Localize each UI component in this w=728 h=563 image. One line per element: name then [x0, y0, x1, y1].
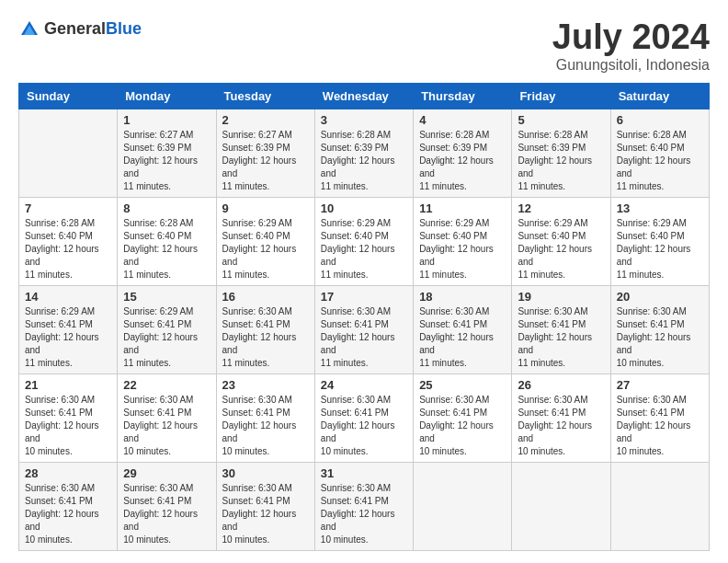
week-row-1: 1Sunrise: 6:27 AMSunset: 6:39 PMDaylight…: [19, 109, 710, 197]
day-number: 2: [222, 113, 309, 127]
calendar-cell: 3Sunrise: 6:28 AMSunset: 6:39 PMDaylight…: [314, 109, 413, 197]
week-row-3: 14Sunrise: 6:29 AMSunset: 6:41 PMDayligh…: [19, 285, 710, 373]
header-friday: Friday: [512, 83, 610, 109]
day-number: 31: [321, 466, 407, 480]
day-info: Sunrise: 6:28 AMSunset: 6:40 PMDaylight:…: [123, 217, 210, 282]
day-info: Sunrise: 6:29 AMSunset: 6:40 PMDaylight:…: [518, 217, 604, 282]
week-row-4: 21Sunrise: 6:30 AMSunset: 6:41 PMDayligh…: [19, 373, 710, 462]
calendar-cell: 22Sunrise: 6:30 AMSunset: 6:41 PMDayligh…: [118, 373, 216, 462]
day-info: Sunrise: 6:30 AMSunset: 6:41 PMDaylight:…: [518, 394, 604, 458]
day-number: 16: [222, 290, 309, 304]
day-number: 20: [617, 290, 703, 304]
day-number: 15: [123, 290, 210, 304]
day-number: 30: [222, 466, 309, 480]
day-number: 3: [321, 113, 407, 127]
day-info: Sunrise: 6:30 AMSunset: 6:41 PMDaylight:…: [222, 482, 309, 546]
day-info: Sunrise: 6:29 AMSunset: 6:40 PMDaylight:…: [419, 217, 506, 282]
calendar-cell: 24Sunrise: 6:30 AMSunset: 6:41 PMDayligh…: [314, 373, 413, 462]
calendar-cell: 27Sunrise: 6:30 AMSunset: 6:41 PMDayligh…: [610, 373, 709, 462]
day-number: 9: [222, 201, 309, 215]
calendar-cell: 31Sunrise: 6:30 AMSunset: 6:41 PMDayligh…: [314, 462, 413, 550]
calendar-cell: [512, 462, 610, 550]
day-info: Sunrise: 6:30 AMSunset: 6:41 PMDaylight:…: [321, 394, 407, 458]
calendar-cell: 11Sunrise: 6:29 AMSunset: 6:40 PMDayligh…: [414, 197, 512, 285]
header-saturday: Saturday: [610, 83, 709, 109]
day-number: 22: [123, 378, 210, 392]
calendar-cell: 20Sunrise: 6:30 AMSunset: 6:41 PMDayligh…: [610, 285, 709, 373]
calendar-cell: [414, 462, 512, 550]
day-number: 19: [518, 290, 604, 304]
day-number: 18: [419, 290, 506, 304]
calendar-cell: 16Sunrise: 6:30 AMSunset: 6:41 PMDayligh…: [216, 285, 314, 373]
day-info: Sunrise: 6:29 AMSunset: 6:40 PMDaylight:…: [222, 217, 309, 282]
day-info: Sunrise: 6:30 AMSunset: 6:41 PMDaylight:…: [321, 305, 407, 370]
day-number: 17: [321, 290, 407, 304]
day-info: Sunrise: 6:29 AMSunset: 6:40 PMDaylight:…: [321, 217, 407, 282]
header-tuesday: Tuesday: [216, 83, 314, 109]
calendar-cell: 8Sunrise: 6:28 AMSunset: 6:40 PMDaylight…: [118, 197, 216, 285]
day-info: Sunrise: 6:30 AMSunset: 6:41 PMDaylight:…: [617, 305, 703, 370]
calendar-cell: [610, 462, 709, 550]
day-info: Sunrise: 6:28 AMSunset: 6:40 PMDaylight:…: [617, 129, 703, 193]
day-info: Sunrise: 6:27 AMSunset: 6:39 PMDaylight:…: [123, 129, 210, 193]
day-info: Sunrise: 6:30 AMSunset: 6:41 PMDaylight:…: [419, 305, 506, 370]
calendar-cell: 18Sunrise: 6:30 AMSunset: 6:41 PMDayligh…: [414, 285, 512, 373]
day-info: Sunrise: 6:30 AMSunset: 6:41 PMDaylight:…: [222, 305, 309, 370]
day-number: 7: [25, 201, 111, 215]
logo-icon: [18, 18, 40, 40]
day-number: 1: [123, 113, 210, 127]
day-number: 29: [123, 466, 210, 480]
day-info: Sunrise: 6:29 AMSunset: 6:41 PMDaylight:…: [123, 305, 210, 370]
day-info: Sunrise: 6:30 AMSunset: 6:41 PMDaylight:…: [617, 394, 703, 458]
day-number: 21: [25, 378, 111, 392]
calendar-cell: 14Sunrise: 6:29 AMSunset: 6:41 PMDayligh…: [19, 285, 118, 373]
header-monday: Monday: [118, 83, 216, 109]
location-title: Gunungsitoli, Indonesia: [552, 57, 710, 74]
day-number: 26: [518, 378, 604, 392]
day-info: Sunrise: 6:30 AMSunset: 6:41 PMDaylight:…: [518, 305, 604, 370]
day-number: 14: [25, 290, 111, 304]
logo-general: General: [44, 19, 106, 38]
week-row-2: 7Sunrise: 6:28 AMSunset: 6:40 PMDaylight…: [19, 197, 710, 285]
calendar-cell: 26Sunrise: 6:30 AMSunset: 6:41 PMDayligh…: [512, 373, 610, 462]
day-number: 10: [321, 201, 407, 215]
day-number: 6: [617, 113, 703, 127]
calendar-cell: 19Sunrise: 6:30 AMSunset: 6:41 PMDayligh…: [512, 285, 610, 373]
day-info: Sunrise: 6:27 AMSunset: 6:39 PMDaylight:…: [222, 129, 309, 193]
calendar-cell: 23Sunrise: 6:30 AMSunset: 6:41 PMDayligh…: [216, 373, 314, 462]
calendar-cell: 2Sunrise: 6:27 AMSunset: 6:39 PMDaylight…: [216, 109, 314, 197]
day-info: Sunrise: 6:30 AMSunset: 6:41 PMDaylight:…: [419, 394, 506, 458]
calendar-cell: 13Sunrise: 6:29 AMSunset: 6:40 PMDayligh…: [610, 197, 709, 285]
day-info: Sunrise: 6:30 AMSunset: 6:41 PMDaylight:…: [222, 394, 309, 458]
calendar-cell: 29Sunrise: 6:30 AMSunset: 6:41 PMDayligh…: [118, 462, 216, 550]
calendar-cell: 15Sunrise: 6:29 AMSunset: 6:41 PMDayligh…: [118, 285, 216, 373]
week-row-5: 28Sunrise: 6:30 AMSunset: 6:41 PMDayligh…: [19, 462, 710, 550]
calendar-cell: 1Sunrise: 6:27 AMSunset: 6:39 PMDaylight…: [118, 109, 216, 197]
day-number: 12: [518, 201, 604, 215]
header: GeneralBlue July 2024 Gunungsitoli, Indo…: [18, 18, 710, 74]
calendar-cell: 6Sunrise: 6:28 AMSunset: 6:40 PMDaylight…: [610, 109, 709, 197]
day-number: 24: [321, 378, 407, 392]
calendar-header-row: SundayMondayTuesdayWednesdayThursdayFrid…: [19, 83, 710, 109]
day-info: Sunrise: 6:28 AMSunset: 6:40 PMDaylight:…: [25, 217, 111, 282]
logo-blue: Blue: [106, 19, 142, 38]
day-info: Sunrise: 6:28 AMSunset: 6:39 PMDaylight:…: [419, 129, 506, 193]
header-sunday: Sunday: [19, 83, 118, 109]
calendar-table: SundayMondayTuesdayWednesdayThursdayFrid…: [18, 83, 710, 551]
day-info: Sunrise: 6:30 AMSunset: 6:41 PMDaylight:…: [25, 482, 111, 546]
calendar-cell: 10Sunrise: 6:29 AMSunset: 6:40 PMDayligh…: [314, 197, 413, 285]
calendar-cell: 4Sunrise: 6:28 AMSunset: 6:39 PMDaylight…: [414, 109, 512, 197]
header-thursday: Thursday: [414, 83, 512, 109]
calendar-cell: 12Sunrise: 6:29 AMSunset: 6:40 PMDayligh…: [512, 197, 610, 285]
logo-text: GeneralBlue: [44, 20, 142, 39]
logo: GeneralBlue: [18, 18, 142, 40]
day-info: Sunrise: 6:30 AMSunset: 6:41 PMDaylight:…: [25, 394, 111, 458]
day-info: Sunrise: 6:28 AMSunset: 6:39 PMDaylight:…: [321, 129, 407, 193]
day-info: Sunrise: 6:28 AMSunset: 6:39 PMDaylight:…: [518, 129, 604, 193]
calendar-cell: 30Sunrise: 6:30 AMSunset: 6:41 PMDayligh…: [216, 462, 314, 550]
day-info: Sunrise: 6:30 AMSunset: 6:41 PMDaylight:…: [123, 482, 210, 546]
calendar-cell: 28Sunrise: 6:30 AMSunset: 6:41 PMDayligh…: [19, 462, 118, 550]
day-info: Sunrise: 6:30 AMSunset: 6:41 PMDaylight:…: [123, 394, 210, 458]
day-number: 11: [419, 201, 506, 215]
month-title: July 2024: [552, 18, 710, 57]
